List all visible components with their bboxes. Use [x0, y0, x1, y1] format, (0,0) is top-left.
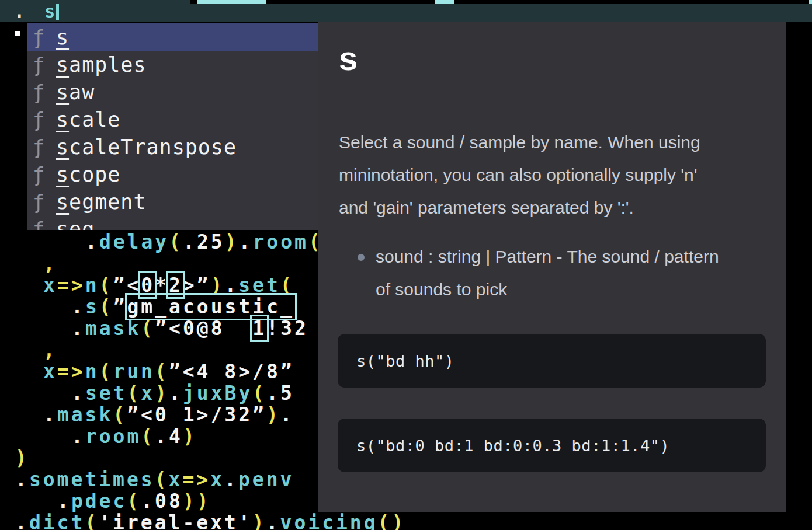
doc-description-line: mininotation, you can also optionally su…: [339, 159, 700, 191]
typed-prefix: .: [14, 1, 44, 22]
code-token: mask: [85, 317, 141, 340]
code-token: ”<0@8: [155, 317, 252, 340]
doc-code-text: s("bd:0 bd:1 bd:0:0.3 bd:1:1.4"): [338, 437, 669, 455]
code-token: penv: [238, 468, 294, 491]
function-icon: ƒ: [33, 135, 56, 159]
code-token: )): [183, 490, 211, 512]
code-token: x: [43, 360, 57, 383]
autocomplete-label: s: [56, 26, 69, 49]
autocomplete-popup: ƒsƒsamplesƒsawƒscaleƒscaleTransposeƒscop…: [27, 23, 318, 230]
code-token: (: [141, 425, 155, 448]
code-token: ): [183, 425, 197, 448]
code-token: (: [99, 295, 113, 318]
text-cursor: [56, 4, 59, 20]
code-token: x: [169, 468, 183, 491]
autocomplete-item-scale[interactable]: ƒscale: [27, 106, 318, 133]
code-dot-glyph: [15, 31, 20, 36]
doc-code-text: s("bd hh"): [338, 352, 454, 370]
autocomplete-label: scaleTranspose: [56, 135, 237, 159]
code-token: dict: [29, 511, 85, 530]
autocomplete-item-s[interactable]: ƒs: [27, 23, 318, 51]
code-token: ”<: [113, 274, 141, 297]
code-token: *: [155, 274, 169, 297]
code-token: voicing: [280, 511, 378, 530]
code-token: .25: [183, 231, 225, 253]
autocomplete-item-scaleTranspose[interactable]: ƒscaleTranspose: [27, 133, 318, 161]
code-token: .: [85, 231, 99, 253]
code-token: (: [127, 382, 141, 405]
autocomplete-label: saw: [56, 81, 95, 104]
code-token: set: [238, 274, 280, 297]
autocomplete-item-segment[interactable]: ƒsegment: [27, 188, 318, 215]
code-token: (): [378, 511, 406, 530]
function-icon: ƒ: [33, 81, 56, 104]
doc-panel: s Select a sound / sample by name. When …: [318, 22, 786, 512]
autocomplete-label: scope: [56, 163, 120, 186]
active-line-text: . s: [14, 1, 59, 22]
code-token: ): [225, 231, 239, 253]
code-line: .dict('ireal-ext').voicing(): [15, 512, 812, 530]
doc-examples: s("bd hh")s("bd:0 bd:1 bd:0:0.3 bd:1:1.4…: [338, 334, 766, 503]
code-token: .: [71, 425, 85, 448]
doc-code-example: s("bd hh"): [338, 334, 766, 388]
code-token: .: [71, 382, 85, 405]
code-token: ): [252, 511, 266, 530]
code-token: ): [155, 382, 169, 405]
code-token: .: [224, 274, 238, 297]
doc-param-list: sound : string | Pattern - The sound / p…: [376, 240, 719, 306]
code-token: 'ireal-ext': [99, 511, 252, 530]
bullet-dot-icon: [358, 254, 365, 261]
code-token: .: [71, 295, 85, 318]
function-icon: ƒ: [33, 108, 56, 131]
code-token: >”: [183, 274, 211, 297]
active-event-highlight: gm_acoustic_: [127, 295, 294, 318]
code-token: n: [85, 274, 99, 297]
autocomplete-item-samples[interactable]: ƒsamples: [27, 51, 318, 78]
event-highlight-fragment: [435, 0, 454, 4]
active-event-highlight: 2: [169, 274, 183, 297]
code-token: (: [155, 360, 169, 383]
code-token: .: [15, 511, 29, 530]
code-token: (: [169, 231, 183, 253]
code-token: x: [43, 274, 57, 297]
code-token: n: [85, 360, 99, 383]
autocomplete-item-saw[interactable]: ƒsaw: [27, 78, 318, 106]
function-icon: ƒ: [33, 53, 56, 76]
code-token: .: [224, 468, 238, 491]
code-token: set: [85, 382, 127, 405]
code-token: (: [252, 382, 266, 405]
function-icon: ƒ: [33, 163, 56, 186]
code-token: .: [239, 231, 253, 253]
code-token: .: [71, 317, 85, 340]
code-token: =>: [57, 274, 85, 297]
code-token: .: [280, 403, 294, 426]
autocomplete-label: samples: [56, 53, 147, 76]
code-token: ”<4 8>/8”: [169, 360, 294, 383]
code-token: .: [169, 382, 183, 405]
code-token: (: [127, 490, 141, 512]
autocomplete-label: segment: [56, 190, 147, 214]
autocomplete-label: scale: [56, 108, 120, 131]
code-token: run: [113, 360, 155, 383]
autocomplete-item-seg[interactable]: ƒseg: [27, 215, 318, 230]
code-token: sometimes: [29, 468, 155, 491]
code-token: .: [57, 490, 71, 512]
code-token: ,: [43, 252, 57, 275]
code-token: ”<0 1>/32”: [127, 403, 266, 426]
code-token: x: [210, 468, 224, 491]
autocomplete-label: seg: [56, 218, 95, 231]
doc-param-line: of sounds to pick: [376, 273, 719, 306]
autocomplete-item-scope[interactable]: ƒscope: [27, 161, 318, 188]
code-token: ): [15, 447, 29, 469]
code-token: delay: [99, 231, 169, 253]
doc-description-line: Select a sound / sample by name. When us…: [339, 126, 700, 159]
code-token: .: [43, 403, 57, 426]
code-token: (: [99, 360, 113, 383]
code-token: =>: [182, 468, 210, 491]
function-icon: ƒ: [33, 190, 56, 214]
code-token: (: [85, 511, 99, 530]
code-token: s: [85, 295, 99, 318]
code-token: !32: [266, 317, 308, 340]
doc-code-example: s("bd:0 bd:1 bd:0:0.3 bd:1:1.4"): [338, 419, 766, 472]
code-token: (: [99, 274, 113, 297]
